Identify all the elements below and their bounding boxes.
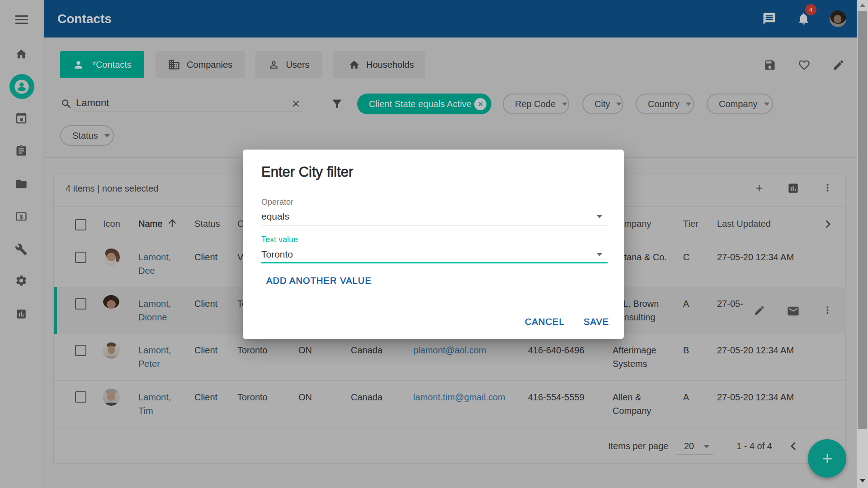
svg-text:$: $ — [19, 213, 23, 220]
